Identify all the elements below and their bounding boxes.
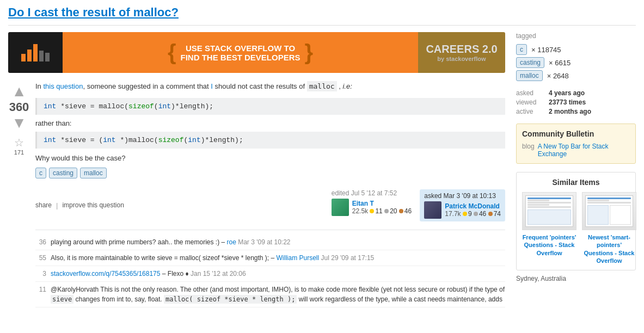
asker-name[interactable]: Patrick McDonald [445,202,501,210]
editor-name[interactable]: Eitan T [352,200,412,207]
thumb-line-1 [528,198,571,199]
vote-down-button[interactable]: ▼ [11,115,27,131]
question-body: ▲ 360 ▼ ☆ 171 In this question, someone … [8,81,505,307]
sidebar-tag-casting[interactable]: casting [516,57,544,68]
editor-card: edited Jul 5 '12 at 7:52 Eitan T 22.5k 1… [332,189,412,216]
thumb-cols [587,205,631,225]
comment-text-3: stackoverflow.com/q/7545365/168175 – Fle… [51,269,505,279]
sidebar-tag-c-row: c × 118745 [516,44,636,55]
active-value: 2 months ago [549,108,591,115]
asked-value: 4 years ago [549,89,585,97]
similar-title: Similar Items [522,178,630,187]
editor-silver-badge: 20 [384,207,397,215]
question-link[interactable]: this question [43,82,83,90]
asker-card: asked Mar 3 '09 at 10:13 Patrick McDonal… [420,189,505,221]
comment-2: 55 Also, it is more maintainable to writ… [35,250,505,266]
bar5 [45,53,50,61]
comment-text-1: playing around with prime numbers? aah..… [51,237,505,247]
share-link[interactable]: share [35,201,52,209]
thumb-line-5 [528,206,571,208]
sidebar-tag-c[interactable]: c [516,44,527,55]
sidebar-tag-c-count: × 118745 [531,46,561,54]
thumb-placeholder-2 [582,193,636,230]
asker-gold-badge: 9 [463,210,472,218]
comment-user-2[interactable]: William Pursell [277,254,320,262]
comment-time-2: Jul 29 '09 at 17:15 [321,254,375,262]
sidebar-tag-casting-row: casting × 6615 [516,57,636,68]
comment-4: 11 @KarolyHorvath This is not the only r… [35,282,505,307]
sidebar-tag-casting-count: × 6615 [549,59,571,67]
i-link[interactable]: I [211,82,213,90]
viewed-label: viewed [516,98,543,106]
similar-link-2[interactable]: Newest 'smart-pointers' Questions - Stac… [582,233,636,264]
brace-right: } [305,40,314,65]
tag-malloc[interactable]: malloc [80,168,107,178]
bulletin-link[interactable]: A New Top Bar for Stack Exchange [538,143,630,158]
tag-casting[interactable]: casting [49,168,77,178]
thumb-content-1 [528,209,571,225]
viewed-value: 23773 times [549,98,586,106]
bulletin-title: Community Bulletin [522,130,630,138]
bar4 [39,51,44,61]
similar-link-1[interactable]: Frequent 'pointers' Questions - Stack Ov… [522,233,576,257]
thumb-inner-2 [585,195,633,227]
banner-right: CAREERS 2.0 by stackoverflow [418,32,505,73]
thumb-line-7 [587,200,609,201]
favorite-count: 171 [14,149,24,156]
stat-viewed: viewed 23773 times [516,98,636,106]
stat-asked: asked 4 years ago [516,89,636,97]
vote-up-button[interactable]: ▲ [11,84,27,99]
bar3 [33,44,38,61]
tagged-section: tagged c × 118745 casting × 6615 malloc … [516,32,636,81]
editor-avatar [332,199,349,216]
location-text: Sydney, Australia [516,275,636,282]
sidebar-tag-malloc-count: × 2648 [547,72,569,80]
question-title[interactable]: Do I cast the result of malloc? [8,5,636,26]
question-intro-text: In this question, someone suggested in a… [35,81,505,92]
thumb-inner-1 [525,195,573,227]
edited-label: edited Jul 5 '12 at 7:52 [332,189,412,197]
comment-text-4: @KarolyHorvath This is not the only reas… [51,285,505,304]
comment-score-1: 36 [35,237,46,247]
asker-details: Patrick McDonald 17.7k 9 46 74 [445,202,501,218]
sidebar: tagged c × 118745 casting × 6615 malloc … [516,32,636,307]
banner-ad[interactable]: { USE STACK OVERFLOW TO FIND THE BEST DE… [8,32,505,73]
action-divider: | [56,201,58,209]
asker-avatar [424,201,441,219]
question-area: { USE STACK OVERFLOW TO FIND THE BEST DE… [8,32,505,307]
user-cards: edited Jul 5 '12 at 7:52 Eitan T 22.5k 1… [332,189,505,221]
comment-text-2: Also, it is more maintainable to write s… [51,253,505,263]
banner-bars-graphic [21,44,50,61]
question-content: In this question, someone suggested in a… [35,81,505,307]
thumb-line-6 [587,198,631,199]
stat-active: active 2 months ago [516,108,636,115]
favorite-area: ☆ 171 [14,136,24,156]
tagged-label: tagged [516,32,636,40]
asker-bronze-badge: 74 [488,210,501,218]
sidebar-tag-malloc-row: malloc × 2648 [516,70,636,81]
similar-item-1: Frequent 'pointers' Questions - Stack Ov… [522,192,576,264]
asked-label: asked Mar 3 '09 at 10:13 [424,192,501,200]
banner-left [8,32,63,73]
code-block-1: int *sieve = malloc(sizeof(int)*length); [35,98,505,115]
sidebar-tag-malloc[interactable]: malloc [516,70,543,81]
comment-user-1[interactable]: roe [227,238,236,246]
banner-text: USE STACK OVERFLOW TO FIND THE BEST DEVE… [180,44,300,62]
action-links: share | improve this question [35,201,124,209]
comment-link-3[interactable]: stackoverflow.com/q/7545365/168175 [51,270,160,278]
thumb-line-3 [528,202,571,203]
similar-grid: Frequent 'pointers' Questions - Stack Ov… [522,192,630,264]
improve-link[interactable]: improve this question [62,201,124,209]
code-block-2: int *sieve = (int *)malloc(sizeof(int)*l… [35,132,505,149]
bulletin-type: blog [522,143,535,158]
community-bulletin: Community Bulletin blog A New Top Bar fo… [516,124,636,164]
similar-items: Similar Items [516,172,636,270]
asker-badges: 17.7k 9 46 74 [445,210,501,218]
comment-1: 36 playing around with prime numbers? aa… [35,235,505,250]
thumb-line-2 [528,200,549,201]
editor-badges: 22.5k 11 20 46 [352,207,412,215]
favorite-star[interactable]: ☆ [14,136,24,149]
tag-c[interactable]: c [35,168,46,178]
comment-score-2: 55 [35,253,46,263]
asked-label: asked [516,89,543,97]
